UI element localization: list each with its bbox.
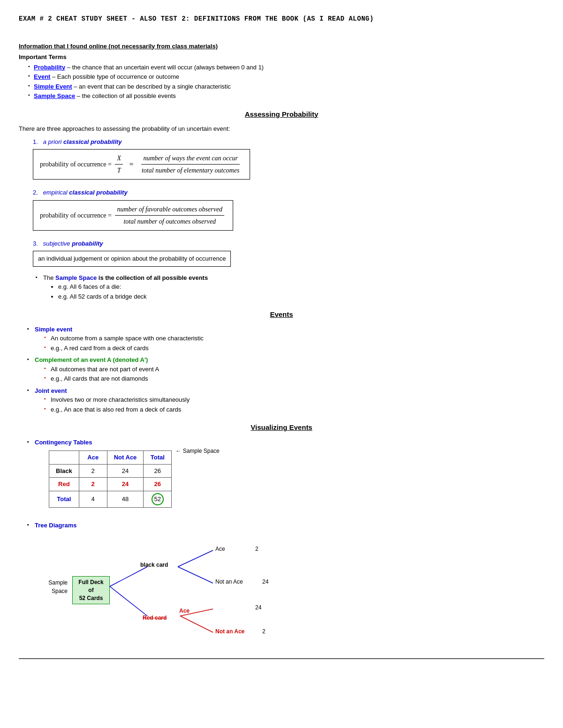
complement-details: All outcomes that are not part of event …: [35, 365, 544, 383]
svg-line-5: [180, 616, 213, 632]
formula-num-2: number of favorable outcomes observed: [115, 204, 224, 216]
subjective-box: an individual judgement or opinion about…: [33, 251, 231, 267]
th-ace: Ace: [79, 451, 107, 465]
svg-line-1: [110, 586, 147, 616]
events-list: Simple event An outcome from a sample sp…: [19, 325, 544, 414]
list-item: e.g., A red card from a deck of cards: [44, 344, 544, 353]
th-total: Total: [144, 451, 172, 465]
complement-term: Complement of an event A (denoted A'): [35, 356, 148, 363]
contingency-table: Ace Not Ace Total Black 2 24 26: [49, 450, 172, 508]
approach-2-number: 2.: [33, 189, 38, 196]
cell-black-not-ace: 24: [107, 464, 144, 478]
list-item: e.g., All cards that are not diamonds: [44, 374, 544, 383]
row-label-black: Black: [49, 464, 79, 478]
formula-box-2: probability of occurrence = number of fa…: [33, 200, 233, 231]
svg-line-0: [110, 567, 147, 586]
tree-diagram-container: SampleSpace Full Deck of52 Cards: [39, 536, 358, 644]
sample-space-section: The Sample Space is the collection of al…: [27, 273, 544, 301]
contingency-section: Contingency Tables Ace Not Ace Total Bla…: [19, 438, 544, 511]
formula-den-2: total number of outcomes observed: [122, 216, 218, 226]
table-row-red: Red 2 24 26: [49, 478, 172, 491]
term-event: Event: [34, 73, 50, 80]
contingency-label: Contingency Tables: [35, 439, 92, 446]
formula-num-words-1: number of ways the event can occur: [141, 153, 239, 165]
cell-red-not-ace: 24: [107, 478, 144, 491]
cell-total-ace: 4: [79, 491, 107, 507]
joint-event-term: Joint event: [35, 387, 67, 394]
approach-1-number: 1.: [33, 138, 38, 145]
formula-denominator-1: T: [115, 165, 123, 175]
list-item-complement: Complement of an event A (denoted A') Al…: [27, 355, 544, 383]
circled-52: 52: [152, 493, 164, 505]
list-item: All outcomes that are not part of event …: [44, 365, 544, 374]
formula-fraction-1: X T: [115, 153, 123, 175]
cell-black-total: 26: [144, 464, 172, 478]
val-24-red: 24: [255, 603, 261, 612]
sample-space-term: Sample Space: [55, 274, 97, 281]
cell-red-total: 26: [144, 478, 172, 491]
term-sample-space: Sample Space: [34, 92, 75, 99]
not-ace-label-red: Not an Ace: [215, 627, 244, 636]
list-item: e.g. All 52 cards of a bridge deck: [58, 292, 544, 301]
tree-svg: [39, 536, 358, 644]
svg-line-2: [178, 550, 213, 567]
visualizing-heading: Visualizing Events: [19, 422, 544, 433]
table-row-total: Total 4 48 52: [49, 491, 172, 507]
list-item-joint: Joint event Involves two or more charact…: [27, 386, 544, 414]
term-sample-space-def: – the collection of all possible events: [75, 92, 176, 99]
approach-3: 3. subjective probability an individual …: [19, 239, 544, 267]
formula-box-1: probability of occurrence = X T = number…: [33, 149, 250, 180]
term-simple-event: Simple Event: [34, 83, 72, 90]
section-assessing-probability: Assessing Probability There are three ap…: [19, 109, 544, 267]
terms-list: Probability – the chance that an uncerta…: [19, 63, 544, 101]
list-item: e.g., An ace that is also red from a dec…: [44, 405, 544, 414]
list-item: Involves two or more characteristics sim…: [44, 395, 544, 405]
formula-den-words-1: total number of elementary outcomes: [140, 165, 241, 175]
val-24-black: 24: [262, 578, 268, 586]
approach-3-label-bold: probability: [72, 240, 103, 247]
section-visualizing: Visualizing Events Contingency Tables Ac…: [19, 422, 544, 644]
bottom-divider: [19, 658, 544, 659]
simple-event-term: Simple event: [35, 326, 72, 333]
term-probability-def: – the chance that an uncertain event wil…: [65, 64, 264, 71]
section1-heading: Information that I found online (not nec…: [19, 42, 544, 51]
term-event-def: – Each possible type of occurrence or ou…: [50, 73, 179, 80]
list-item: Event – Each possible type of occurrence…: [28, 72, 544, 82]
ace-label-black: Ace: [215, 545, 225, 553]
formula-fraction-2: number of favorable outcomes observed to…: [115, 204, 224, 226]
tree-item: Tree Diagrams SampleSpace Full Deck of52…: [27, 521, 544, 645]
list-item-simple-event: Simple event An outcome from a sample sp…: [27, 325, 544, 353]
sample-space-arrow-label: ← Sample Space: [175, 447, 219, 455]
assessing-probability-heading: Assessing Probability: [19, 109, 544, 120]
term-simple-event-def: – an event that can be described by a si…: [72, 83, 231, 90]
formula-numerator-1: X: [115, 153, 123, 165]
formula-fraction-words-1: number of ways the event can occur total…: [140, 153, 241, 175]
joint-details: Involves two or more characteristics sim…: [35, 395, 544, 414]
list-item: Simple Event – an event that can be desc…: [28, 82, 544, 91]
events-heading: Events: [19, 309, 544, 320]
row-label-red: Red: [49, 478, 79, 491]
approaches-intro: There are three approaches to assessing …: [19, 124, 544, 134]
section-events: Events Simple event An outcome from a sa…: [19, 309, 544, 414]
approach-1: 1. a priori classical probability probab…: [19, 137, 544, 183]
black-card-label: black card: [140, 561, 168, 569]
tree-label: Tree Diagrams: [35, 522, 77, 529]
list-item: Sample Space – the collection of all pos…: [28, 91, 544, 101]
formula-equals-1: =: [129, 160, 133, 168]
list-item: An outcome from a sample space with one …: [44, 334, 544, 343]
page-title: EXAM # 2 CHEAT STUDY SHEET - ALSO TEST 2…: [19, 14, 544, 24]
th-not-ace: Not Ace: [107, 451, 144, 465]
approach-1-label-bold: classical probability: [63, 138, 122, 145]
cell-total-52: 52: [144, 491, 172, 507]
tree-section: Tree Diagrams SampleSpace Full Deck of52…: [19, 521, 544, 645]
section-information: Information that I found online (not nec…: [19, 42, 544, 101]
row-label-total: Total: [49, 491, 79, 507]
table-area: Ace Not Ace Total Black 2 24 26: [35, 447, 544, 511]
term-probability: Probability: [34, 64, 65, 71]
not-ace-label-black: Not an Ace: [215, 578, 243, 586]
approach-2-label: empirical: [43, 189, 68, 196]
cell-black-ace: 2: [79, 464, 107, 478]
sample-space-list: The Sample Space is the collection of al…: [27, 273, 544, 301]
approach-3-number: 3.: [33, 240, 38, 247]
cell-total-not-ace: 48: [107, 491, 144, 507]
